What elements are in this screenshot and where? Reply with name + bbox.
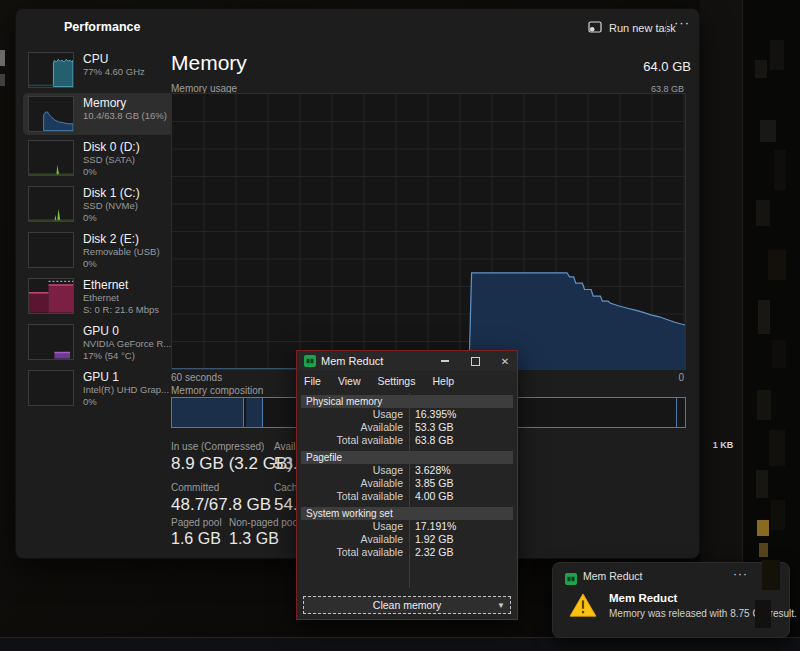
sidebar-item-name: CPU (83, 52, 145, 66)
stat-row-value: 4.00 GB (403, 490, 454, 503)
mem-reduct-titlebar[interactable]: Mem Reduct ✕ (297, 351, 517, 371)
desktop-noise-block (762, 560, 780, 590)
background-scale-label: 1 KB (706, 440, 740, 450)
sidebar-item-detail: Ethernet (83, 292, 159, 304)
stat-row: Available3.85 GB (297, 477, 517, 490)
mem-reduct-menubar: FileViewSettingsHelp (297, 371, 517, 391)
stat-row-value: 1.92 GB (403, 533, 454, 546)
notification-title: Mem Reduct (609, 592, 677, 604)
stat-row-value: 17.191% (403, 520, 456, 533)
mem-reduct-app-icon (565, 571, 577, 583)
sidebar-item-gpu1[interactable]: GPU 1Intel(R) UHD Grap...0% (23, 367, 173, 411)
sidebar-item-name: Memory (83, 96, 167, 110)
composition-segment-in-use (172, 398, 244, 427)
stat-label-paged-pool: Paged pool (171, 517, 222, 528)
section-header: Pagefile (301, 451, 513, 464)
clean-memory-button[interactable]: Clean memory ▼ (303, 596, 511, 614)
mem-reduct-stats: Physical memoryUsage16.395%Available53.3… (297, 391, 517, 591)
desktop-noise-block (757, 390, 771, 420)
stat-value-non-paged-pool: 1.3 GB (229, 530, 279, 548)
stat-row: Usage17.191% (297, 520, 517, 533)
ethernet-mini-graph-icon (28, 278, 74, 314)
warning-icon (569, 593, 597, 618)
disk0-mini-graph-icon (28, 140, 74, 176)
run-new-task-button[interactable]: Run new task (588, 18, 676, 38)
minimize-button[interactable] (435, 351, 455, 371)
sidebar-list: CPU77% 4.60 GHz Memory10.4/63.8 GB (16%)… (23, 49, 173, 411)
sidebar-item-ethernet[interactable]: EthernetEthernetS: 0 R: 21.6 Mbps (23, 275, 173, 319)
desktop-noise-block (756, 200, 770, 226)
sidebar-item-memory[interactable]: Memory10.4/63.8 GB (16%) (23, 93, 173, 135)
maximize-button[interactable] (465, 351, 485, 371)
composition-segment-modified (246, 398, 263, 427)
sidebar-item-text: Disk 2 (E:)Removable (USB)0% (83, 232, 160, 270)
menu-item-help[interactable]: Help (432, 375, 454, 387)
memory-page-title: Memory (171, 51, 247, 75)
stat-row: Total available63.8 GB (297, 434, 517, 447)
desktop-noise-block (755, 600, 771, 628)
sidebar-item-text: GPU 0NVIDIA GeForce R...17% (54 °C) (83, 324, 171, 362)
stat-row-value: 16.395% (403, 408, 456, 421)
desktop-noise-block (755, 60, 767, 78)
sidebar-item-disk2[interactable]: Disk 2 (E:)Removable (USB)0% (23, 229, 173, 273)
sidebar-item-name: Disk 0 (D:) (83, 140, 140, 154)
sidebar-item-detail: SSD (NVMe) (83, 200, 140, 212)
gpu0-mini-graph-icon (28, 324, 74, 360)
sidebar-item-detail: 0% (83, 258, 160, 270)
desktop-noise-block (768, 250, 786, 280)
sidebar-item-text: CPU77% 4.60 GHz (83, 52, 145, 78)
gpu1-mini-graph-icon (28, 370, 74, 406)
more-options-icon[interactable]: ··· (674, 15, 690, 30)
sidebar-item-cpu[interactable]: CPU77% 4.60 GHz (23, 49, 173, 91)
section-header: System working set (301, 507, 513, 520)
sidebar-item-detail: NVIDIA GeForce R... (83, 338, 171, 350)
stat-row: Total available4.00 GB (297, 490, 517, 503)
graph-time-scale-label: 60 seconds (171, 372, 222, 383)
stat-row-value: 3.628% (403, 464, 451, 477)
sidebar-item-name: Disk 2 (E:) (83, 232, 160, 246)
sidebar-item-detail: 0% (83, 396, 169, 408)
mem-reduct-window: Mem Reduct ✕ FileViewSettingsHelp Physic… (296, 350, 518, 620)
stat-row-label: Total available (297, 546, 403, 559)
sidebar-item-name: Ethernet (83, 278, 159, 292)
sidebar-item-disk1[interactable]: Disk 1 (C:)SSD (NVMe)0% (23, 183, 173, 227)
clean-memory-dropdown-icon[interactable]: ▼ (497, 601, 505, 610)
sidebar-item-disk0[interactable]: Disk 0 (D:)SSD (SATA)0% (23, 137, 173, 181)
stat-label-in-use: In use (Compressed) (171, 441, 264, 452)
desktop-noise-block (770, 40, 784, 70)
sidebar-item-gpu0[interactable]: GPU 0NVIDIA GeForce R...17% (54 °C) (23, 321, 173, 365)
stat-row: Available53.3 GB (297, 421, 517, 434)
sidebar-item-name: Disk 1 (C:) (83, 186, 140, 200)
menu-item-view[interactable]: View (338, 375, 361, 387)
desktop-noise-block (0, 50, 5, 66)
notification-more-icon[interactable]: ··· (733, 567, 748, 581)
desktop-background-band (700, 0, 742, 637)
close-button[interactable]: ✕ (495, 351, 515, 371)
desktop-noise-block (769, 430, 785, 466)
sidebar-item-detail: 10.4/63.8 GB (16%) (83, 110, 167, 122)
desktop-noise-block (771, 500, 785, 530)
desktop-noise-block (759, 543, 768, 557)
memory-total-value: 64.0 GB (491, 59, 691, 74)
stat-row-label: Usage (297, 408, 403, 421)
stat-value-committed: 48.7/67.8 GB (171, 495, 271, 515)
sidebar-item-name: GPU 0 (83, 324, 171, 338)
memory-usage-graph (171, 93, 686, 370)
sidebar-item-detail: Removable (USB) (83, 246, 160, 258)
composition-divider (676, 398, 677, 427)
sidebar-item-detail: 77% 4.60 GHz (83, 66, 145, 78)
mem-reduct-title: Mem Reduct (321, 355, 383, 367)
sidebar-item-text: Memory10.4/63.8 GB (16%) (83, 96, 167, 122)
menu-item-file[interactable]: File (304, 375, 321, 387)
mem-reduct-app-icon (304, 355, 316, 367)
notification-app-name: Mem Reduct (583, 570, 643, 582)
run-new-task-icon (588, 21, 602, 35)
sidebar-item-text: Disk 0 (D:)SSD (SATA)0% (83, 140, 140, 178)
sidebar-item-detail: 0% (83, 166, 140, 178)
stat-row: Available1.92 GB (297, 533, 517, 546)
menu-item-settings[interactable]: Settings (378, 375, 416, 387)
stat-row-value: 63.8 GB (403, 434, 454, 447)
stat-row-value: 2.32 GB (403, 546, 454, 559)
sidebar-item-detail: 17% (54 °C) (83, 350, 171, 362)
clean-memory-label: Clean memory (373, 599, 441, 611)
